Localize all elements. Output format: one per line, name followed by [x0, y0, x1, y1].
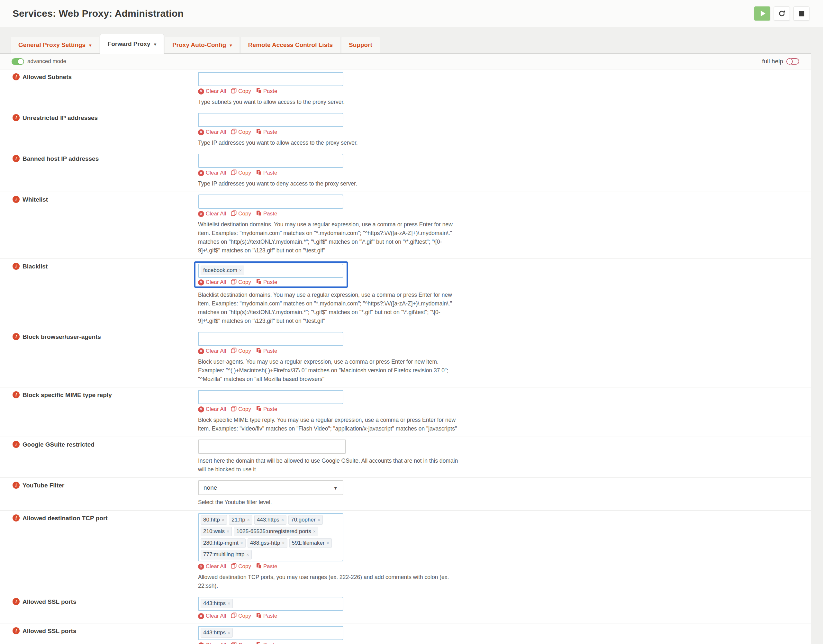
clear-all-button[interactable]: ×Clear All — [198, 211, 226, 217]
field-cell: ×Clear AllCopyPasteWhitelist destination… — [198, 193, 811, 255]
copy-icon — [231, 612, 237, 620]
info-icon[interactable]: i — [12, 481, 20, 489]
clear-all-label: Clear All — [206, 170, 226, 176]
service-start-button[interactable] — [754, 6, 770, 21]
token-input[interactable]: 443:https× — [198, 597, 343, 611]
remove-token-icon[interactable]: × — [228, 601, 230, 606]
paste-button[interactable]: Paste — [256, 169, 277, 177]
info-icon[interactable]: i — [12, 263, 20, 270]
clear-all-label: Clear All — [206, 211, 226, 217]
field-cell: 443:https××Clear AllCopyPasteAllowed des… — [198, 624, 811, 644]
info-icon[interactable]: i — [12, 441, 20, 448]
clear-all-button[interactable]: ×Clear All — [198, 348, 226, 354]
paste-button[interactable]: Paste — [256, 642, 277, 644]
paste-button[interactable]: Paste — [256, 210, 277, 218]
copy-button[interactable]: Copy — [231, 563, 251, 570]
tab-proxy-auto-config[interactable]: Proxy Auto-Config▾ — [165, 37, 240, 53]
remove-token-icon[interactable]: × — [227, 529, 229, 534]
info-icon[interactable]: i — [12, 196, 20, 203]
paste-button[interactable]: Paste — [256, 88, 277, 95]
paste-button[interactable]: Paste — [256, 612, 277, 620]
tab-remote-access-control-lists[interactable]: Remote Access Control Lists — [241, 37, 340, 53]
full-help-label: full help — [762, 58, 783, 65]
info-icon[interactable]: i — [12, 114, 20, 121]
token-input[interactable] — [198, 332, 343, 346]
copy-icon — [231, 169, 237, 177]
service-restart-button[interactable] — [774, 6, 790, 21]
copy-icon — [231, 279, 237, 286]
info-icon[interactable]: i — [12, 333, 20, 340]
copy-button[interactable]: Copy — [231, 406, 251, 413]
text-input[interactable] — [198, 440, 346, 454]
token-tag: 443:https× — [201, 628, 233, 638]
remove-token-icon[interactable]: × — [239, 268, 242, 273]
clear-all-button[interactable]: ×Clear All — [198, 170, 226, 176]
info-icon[interactable]: i — [12, 73, 20, 80]
info-icon[interactable]: i — [12, 155, 20, 162]
copy-icon — [231, 210, 237, 218]
remove-token-icon[interactable]: × — [318, 517, 320, 523]
tab-support[interactable]: Support — [341, 37, 380, 53]
tab-forward-proxy[interactable]: Forward Proxy▾ — [100, 34, 164, 54]
info-icon[interactable]: i — [12, 391, 20, 399]
token-input[interactable] — [198, 113, 343, 127]
options-toolbar: advanced mode full help — [0, 54, 811, 69]
clear-all-button[interactable]: ×Clear All — [198, 563, 226, 570]
copy-button[interactable]: Copy — [231, 129, 251, 136]
info-icon[interactable]: i — [12, 598, 20, 605]
token-input[interactable] — [198, 195, 343, 209]
clear-all-icon: × — [198, 613, 204, 619]
clear-all-button[interactable]: ×Clear All — [198, 613, 226, 619]
form-row-block-specific-mime-type-reply: iBlock specific MIME type reply×Clear Al… — [0, 387, 811, 437]
token-input[interactable]: facebook.com× — [198, 264, 343, 278]
paste-button[interactable]: Paste — [256, 129, 277, 136]
copy-button[interactable]: Copy — [231, 612, 251, 620]
paste-button[interactable]: Paste — [256, 563, 277, 570]
info-icon[interactable]: i — [12, 514, 20, 521]
field-label: Whitelist — [23, 196, 48, 203]
paste-label: Paste — [263, 211, 277, 217]
service-stop-button[interactable] — [794, 6, 809, 21]
copy-button[interactable]: Copy — [231, 348, 251, 355]
clear-all-button[interactable]: ×Clear All — [198, 406, 226, 412]
clear-all-button[interactable]: ×Clear All — [198, 642, 226, 644]
token-input[interactable] — [198, 72, 343, 86]
paste-button[interactable]: Paste — [256, 279, 277, 286]
token-tag: 21:ftp× — [229, 515, 252, 525]
copy-button[interactable]: Copy — [231, 88, 251, 95]
paste-label: Paste — [263, 563, 277, 570]
field-actions: ×Clear AllCopyPaste — [198, 169, 798, 176]
tab-general-proxy-settings[interactable]: General Proxy Settings▾ — [11, 37, 99, 53]
copy-button[interactable]: Copy — [231, 279, 251, 286]
field-actions: ×Clear AllCopyPaste — [198, 612, 798, 619]
paste-icon — [256, 563, 262, 570]
remove-token-icon[interactable]: × — [281, 517, 284, 523]
copy-button[interactable]: Copy — [231, 210, 251, 218]
advanced-mode-toggle[interactable] — [12, 58, 24, 65]
token-input[interactable]: 443:https× — [198, 626, 343, 640]
paste-button[interactable]: Paste — [256, 348, 277, 355]
token-input[interactable] — [198, 154, 343, 168]
full-help-toggle-icon[interactable] — [786, 58, 800, 65]
clear-all-button[interactable]: ×Clear All — [198, 279, 226, 285]
remove-token-icon[interactable]: × — [247, 517, 250, 523]
clear-all-button[interactable]: ×Clear All — [198, 88, 226, 95]
paste-button[interactable]: Paste — [256, 406, 277, 413]
token-input[interactable]: 80:http×21:ftp×443:https×70:gopher×210:w… — [198, 513, 343, 561]
paste-label: Paste — [263, 129, 277, 135]
select-dropdown[interactable]: none▼ — [198, 480, 343, 495]
copy-button[interactable]: Copy — [231, 169, 251, 177]
token-input[interactable] — [198, 390, 343, 404]
remove-token-icon[interactable]: × — [222, 517, 224, 523]
remove-token-icon[interactable]: × — [228, 630, 230, 635]
remove-token-icon[interactable]: × — [313, 529, 316, 534]
info-icon[interactable]: i — [12, 627, 20, 634]
token-tag: 443:https× — [254, 515, 287, 525]
clear-all-label: Clear All — [206, 642, 226, 644]
remove-token-icon[interactable]: × — [247, 552, 249, 557]
remove-token-icon[interactable]: × — [241, 540, 243, 546]
copy-button[interactable]: Copy — [231, 642, 251, 644]
clear-all-button[interactable]: ×Clear All — [198, 129, 226, 135]
remove-token-icon[interactable]: × — [326, 540, 329, 546]
remove-token-icon[interactable]: × — [282, 540, 285, 546]
